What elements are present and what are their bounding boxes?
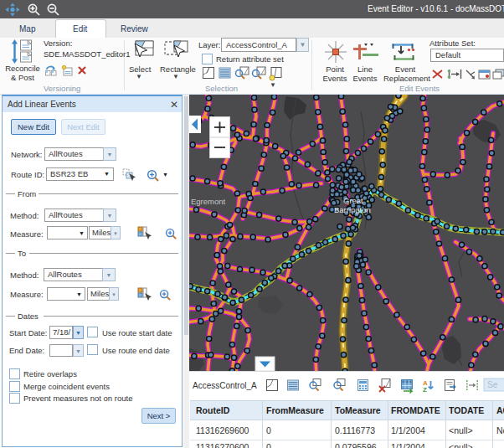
svg-text:Se: Se bbox=[487, 380, 498, 389]
svg-text:Z: Z bbox=[423, 386, 427, 394]
svg-text:Great: Great bbox=[343, 196, 363, 205]
svg-text:Barrington: Barrington bbox=[334, 205, 371, 214]
svg-text:Egremont: Egremont bbox=[191, 197, 226, 206]
